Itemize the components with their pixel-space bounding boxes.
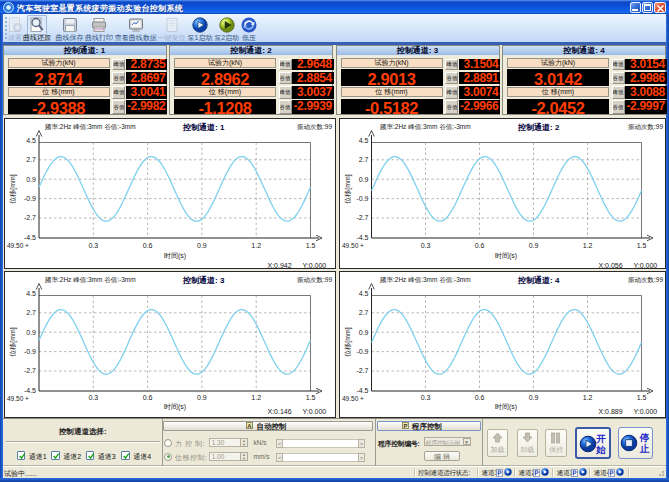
svg-text:0.3: 0.3 — [420, 394, 430, 401]
svg-text:2.7: 2.7 — [358, 156, 368, 163]
svg-text:-0.9: -0.9 — [23, 195, 35, 202]
svg-text:1.2: 1.2 — [582, 394, 592, 401]
svg-text:频率:2Hz 峰值:3mm 谷值:-3mm: 频率:2Hz 峰值:3mm 谷值:-3mm — [44, 123, 136, 131]
svg-text:0.9: 0.9 — [26, 175, 36, 182]
svg-text:控制通道: 3: 控制通道: 3 — [182, 275, 225, 285]
svg-text:X:0.889: X:0.889 — [598, 408, 622, 415]
svg-text:时间(s): 时间(s) — [494, 403, 516, 411]
svg-text:X:0.942: X:0.942 — [267, 261, 291, 268]
svg-text:1.5: 1.5 — [636, 394, 646, 401]
svg-text:49.50 +: 49.50 + — [7, 242, 29, 249]
svg-text:振动次数:99: 振动次数:99 — [297, 276, 332, 284]
svg-text:-0.9: -0.9 — [356, 195, 368, 202]
svg-text:4.5: 4.5 — [358, 290, 368, 297]
svg-text:-2.7: -2.7 — [356, 214, 368, 221]
svg-text:-0.9: -0.9 — [23, 348, 35, 355]
svg-text:位移[mm]: 位移[mm] — [9, 174, 17, 204]
svg-text:振动次数:99: 振动次数:99 — [297, 123, 332, 131]
svg-text:-4.5: -4.5 — [356, 233, 368, 240]
svg-text:时间(s): 时间(s) — [163, 252, 185, 260]
svg-text:0.6: 0.6 — [142, 394, 152, 401]
svg-text:-4.5: -4.5 — [23, 387, 35, 394]
svg-text:0.9: 0.9 — [358, 175, 368, 182]
svg-text:1.5: 1.5 — [305, 394, 315, 401]
svg-text:2.7: 2.7 — [26, 309, 36, 316]
svg-text:0.9: 0.9 — [528, 394, 538, 401]
svg-text:0.9: 0.9 — [528, 242, 538, 249]
svg-text:1.2: 1.2 — [251, 242, 261, 249]
svg-text:X:0.146: X:0.146 — [267, 408, 291, 415]
svg-text:频率:2Hz 峰值:3mm 谷值:-3mm: 频率:2Hz 峰值:3mm 谷值:-3mm — [44, 276, 136, 284]
svg-text:-2.7: -2.7 — [356, 367, 368, 374]
svg-text:频率:2Hz 峰值:3mm 谷值:-3mm: 频率:2Hz 峰值:3mm 谷值:-3mm — [379, 276, 471, 284]
svg-text:0.9: 0.9 — [358, 329, 368, 336]
svg-text:49.50 +: 49.50 + — [7, 395, 29, 402]
svg-text:1.5: 1.5 — [305, 242, 315, 249]
svg-text:Y:0.000: Y:0.000 — [302, 408, 326, 415]
svg-text:0.9: 0.9 — [197, 394, 207, 401]
svg-text:控制通道: 4: 控制通道: 4 — [517, 275, 560, 285]
svg-text:位移[mm]: 位移[mm] — [9, 327, 17, 357]
svg-text:Y:0.000: Y:0.000 — [302, 261, 326, 268]
svg-text:2.7: 2.7 — [358, 309, 368, 316]
svg-text:-0.9: -0.9 — [356, 348, 368, 355]
svg-text:0.6: 0.6 — [474, 242, 484, 249]
svg-text:0.9: 0.9 — [26, 329, 36, 336]
svg-text:Y:0.000: Y:0.000 — [633, 261, 657, 268]
svg-text:1.2: 1.2 — [582, 242, 592, 249]
svg-text:频率:2Hz 峰值:3mm 谷值:-3mm: 频率:2Hz 峰值:3mm 谷值:-3mm — [379, 123, 471, 131]
svg-text:时间(s): 时间(s) — [494, 252, 516, 260]
svg-text:4.5: 4.5 — [26, 290, 36, 297]
svg-text:位移[mm]: 位移[mm] — [344, 327, 352, 357]
svg-text:-4.5: -4.5 — [356, 387, 368, 394]
svg-text:振动次数:99: 振动次数:99 — [628, 276, 663, 284]
svg-text:控制通道: 2: 控制通道: 2 — [517, 121, 560, 131]
svg-text:4.5: 4.5 — [358, 136, 368, 143]
svg-text:振动次数:99: 振动次数:99 — [628, 123, 663, 131]
svg-text:-2.7: -2.7 — [23, 214, 35, 221]
svg-text:X:0.056: X:0.056 — [598, 261, 622, 268]
svg-text:-2.7: -2.7 — [23, 367, 35, 374]
svg-text:Y:0.000: Y:0.000 — [633, 408, 657, 415]
svg-text:位移[mm]: 位移[mm] — [344, 174, 352, 204]
svg-text:1.5: 1.5 — [636, 242, 646, 249]
svg-text:0.9: 0.9 — [197, 242, 207, 249]
svg-text:0.3: 0.3 — [88, 242, 98, 249]
svg-text:0.6: 0.6 — [474, 394, 484, 401]
svg-text:0.3: 0.3 — [420, 242, 430, 249]
svg-text:0.6: 0.6 — [142, 242, 152, 249]
svg-text:2.7: 2.7 — [26, 156, 36, 163]
svg-text:49.50 +: 49.50 + — [342, 395, 364, 402]
svg-text:控制通道: 1: 控制通道: 1 — [182, 121, 225, 131]
svg-text:0.3: 0.3 — [88, 394, 98, 401]
svg-text:49.50 +: 49.50 + — [342, 242, 364, 249]
svg-text:时间(s): 时间(s) — [163, 403, 185, 411]
svg-text:4.5: 4.5 — [26, 136, 36, 143]
svg-text:-4.5: -4.5 — [23, 233, 35, 240]
svg-text:1.2: 1.2 — [251, 394, 261, 401]
